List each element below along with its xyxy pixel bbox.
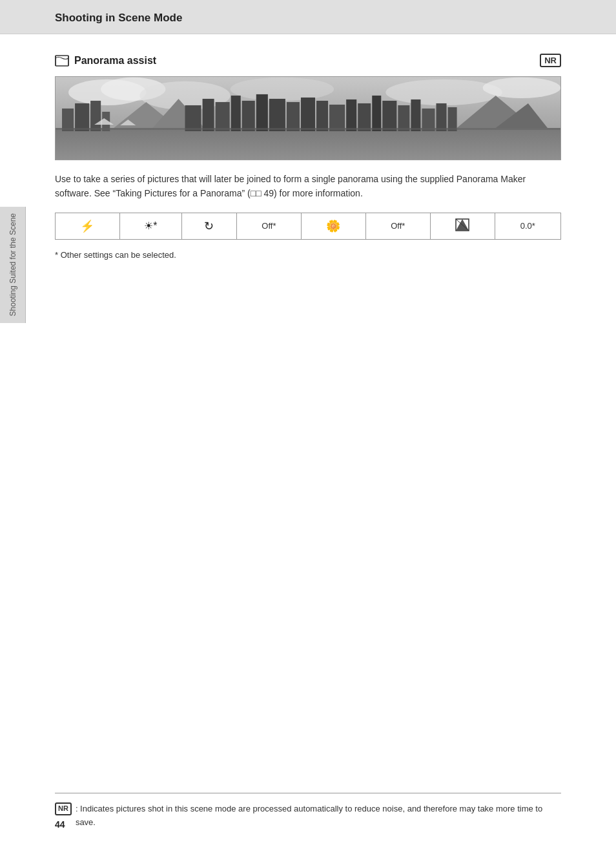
page-wrapper: Shooting in Scene Mode Shooting Suited f… — [0, 0, 616, 849]
svg-rect-21 — [231, 96, 241, 131]
nr-inline-badge: NR — [55, 802, 72, 815]
setting-macro: 🌼 — [301, 213, 365, 239]
svg-rect-29 — [346, 100, 356, 131]
bottom-note: NR : Indicates pictures shot in this sce… — [55, 802, 561, 830]
svg-point-8 — [385, 79, 502, 105]
svg-rect-32 — [382, 101, 396, 131]
nr-badge: NR — [540, 54, 561, 67]
sidebar-label: Shooting Suited for the Scene — [8, 213, 17, 316]
panorama-assist-icon — [55, 55, 69, 67]
timer-icon: ↻ — [204, 220, 214, 233]
svg-rect-27 — [316, 101, 328, 131]
setting-timer: ↻ — [181, 213, 236, 239]
exposure-icon — [455, 222, 469, 233]
svg-rect-38 — [56, 128, 560, 130]
setting-off2: Off* — [365, 213, 430, 239]
setting-flash: ⚡ — [56, 213, 120, 239]
description-text: Use to take a series of pictures that wi… — [55, 172, 561, 201]
section-heading-left: Panorama assist — [55, 55, 156, 67]
section-title: Panorama assist — [74, 55, 156, 67]
panorama-image — [55, 76, 561, 160]
setting-value: 0.0* — [495, 213, 560, 239]
svg-rect-37 — [448, 107, 457, 131]
sidebar-tab: Shooting Suited for the Scene — [0, 207, 26, 323]
svg-rect-22 — [242, 101, 255, 131]
section-heading: Panorama assist NR — [55, 54, 561, 67]
svg-rect-19 — [203, 99, 214, 131]
main-content: Panorama assist NR — [0, 34, 616, 849]
svg-rect-33 — [398, 105, 409, 131]
svg-rect-36 — [436, 103, 447, 131]
page-title: Shooting in Scene Mode — [55, 12, 182, 24]
flash-icon: ⚡ — [80, 220, 94, 233]
svg-rect-11 — [62, 109, 74, 131]
setting-off1: Off* — [236, 213, 301, 239]
settings-row: ⚡ ☀* ↻ Off* 🌼 Off* — [56, 213, 561, 239]
setting-exposure — [430, 213, 495, 239]
bottom-section: NR : Indicates pictures shot in this sce… — [55, 793, 561, 830]
svg-rect-26 — [301, 98, 315, 131]
svg-rect-31 — [372, 96, 381, 131]
svg-rect-34 — [411, 100, 420, 131]
svg-rect-23 — [256, 94, 268, 131]
svg-point-7 — [231, 78, 334, 101]
footnote-text: * Other settings can be selected. — [55, 250, 561, 260]
svg-rect-30 — [358, 103, 371, 131]
svg-rect-25 — [287, 102, 300, 131]
mode-icon: ☀* — [144, 220, 157, 231]
svg-rect-10 — [56, 128, 560, 160]
svg-rect-20 — [216, 102, 230, 131]
setting-mode: ☀* — [119, 213, 181, 239]
svg-rect-18 — [185, 105, 201, 131]
svg-rect-28 — [329, 105, 345, 131]
svg-point-9 — [483, 78, 560, 98]
header-bar: Shooting in Scene Mode — [0, 0, 616, 34]
svg-rect-24 — [269, 99, 285, 131]
svg-rect-12 — [75, 103, 89, 131]
svg-rect-13 — [90, 101, 101, 131]
bottom-divider — [55, 793, 561, 793]
macro-icon: 🌼 — [326, 220, 340, 233]
bottom-note-text: : Indicates pictures shot in this scene … — [76, 802, 561, 830]
svg-rect-35 — [422, 109, 435, 131]
settings-table: ⚡ ☀* ↻ Off* 🌼 Off* — [55, 213, 561, 240]
